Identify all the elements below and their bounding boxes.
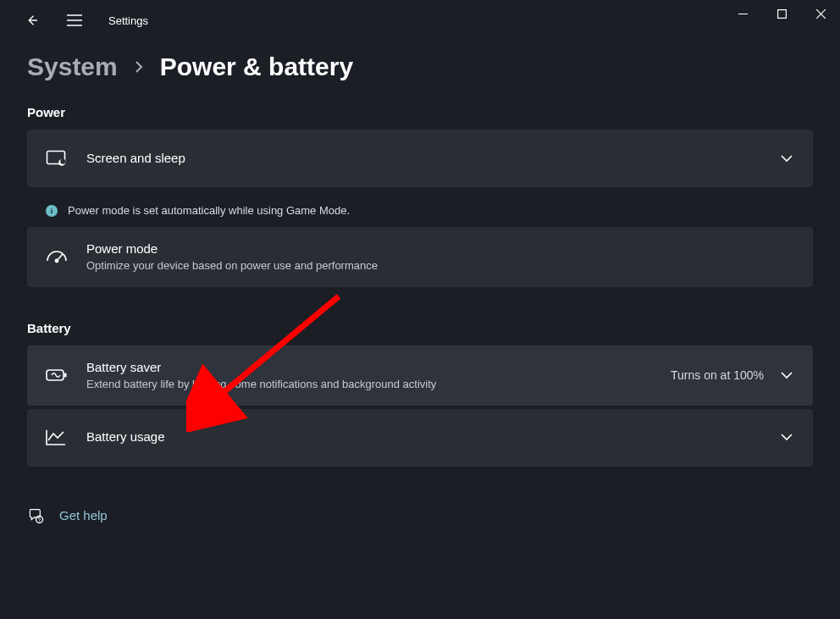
gauge-icon: [46, 249, 71, 264]
battery-saver-value: Turns on at 100%: [671, 368, 764, 382]
chevron-down-icon: [779, 155, 794, 163]
card-title: Battery usage: [86, 428, 779, 445]
svg-point-9: [60, 159, 65, 164]
info-icon: [46, 205, 58, 217]
breadcrumb: System Power & battery: [27, 53, 813, 81]
back-button[interactable]: [15, 3, 49, 37]
content-region: System Power & battery Power Screen and …: [0, 41, 840, 524]
power-mode-item[interactable]: Power mode Optimize your device based on…: [27, 227, 813, 287]
chart-icon: [46, 429, 71, 446]
section-heading-power: Power: [27, 105, 813, 119]
svg-point-11: [55, 260, 58, 263]
page-title: Power & battery: [160, 53, 353, 81]
chevron-right-icon: [135, 60, 143, 74]
section-heading-battery: Battery: [27, 321, 813, 335]
card-title: Screen and sleep: [86, 150, 779, 167]
maximize-button[interactable]: [762, 0, 801, 27]
title-bar: Settings: [0, 0, 840, 41]
navigation-menu-button[interactable]: [58, 3, 91, 37]
chevron-down-icon: [779, 372, 794, 379]
get-help-link[interactable]: ? Get help: [27, 507, 813, 524]
card-subtitle: Optimize your device based on power use …: [86, 258, 794, 274]
help-link-text: Get help: [59, 508, 108, 522]
screen-and-sleep-item[interactable]: Screen and sleep: [27, 130, 813, 187]
battery-saver-item[interactable]: Battery saver Extend battery life by lim…: [27, 345, 813, 406]
close-button[interactable]: [801, 0, 840, 27]
card-title: Battery saver: [86, 359, 671, 376]
card-title: Power mode: [86, 240, 794, 257]
app-title: Settings: [108, 14, 148, 27]
breadcrumb-parent[interactable]: System: [27, 53, 118, 81]
power-mode-info-strip: Power mode is set automatically while us…: [27, 194, 813, 227]
minimize-button[interactable]: [723, 0, 762, 27]
battery-saver-icon: [46, 368, 71, 382]
svg-rect-12: [47, 370, 64, 380]
window-controls: [723, 0, 840, 27]
svg-rect-4: [777, 9, 786, 18]
info-text: Power mode is set automatically while us…: [68, 204, 350, 217]
card-subtitle: Extend battery life by limiting some not…: [86, 377, 671, 392]
battery-usage-item[interactable]: Battery usage: [27, 409, 813, 467]
screen-icon: [46, 150, 71, 167]
chevron-down-icon: [779, 434, 794, 441]
help-icon: ?: [27, 507, 44, 524]
svg-text:?: ?: [38, 517, 41, 522]
svg-rect-13: [64, 373, 67, 378]
